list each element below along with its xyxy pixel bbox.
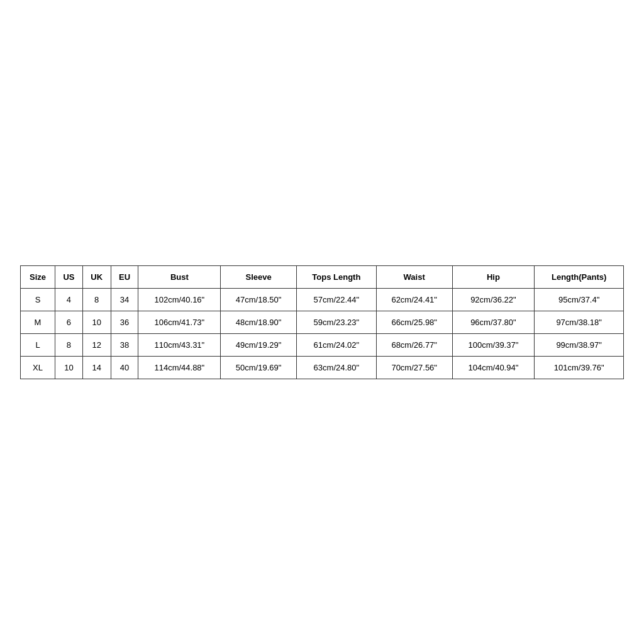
table-row: L81238110cm/43.31"49cm/19.29"61cm/24.02"…: [21, 333, 624, 356]
cell-eu: 36: [111, 311, 138, 333]
size-chart-table: Size US UK EU Bust Sleeve Tops Length Wa…: [20, 265, 624, 379]
cell-length_pants: 101cm/39.76": [535, 356, 624, 379]
cell-sleeve: 50cm/19.69": [221, 356, 297, 379]
cell-sleeve: 47cm/18.50": [221, 288, 297, 311]
cell-hip: 104cm/40.94": [452, 356, 535, 379]
cell-length_pants: 99cm/38.97": [535, 333, 624, 356]
cell-size: M: [21, 311, 55, 333]
cell-size: S: [21, 288, 55, 311]
cell-eu: 34: [111, 288, 138, 311]
cell-waist: 70cm/27.56": [376, 356, 452, 379]
cell-us: 10: [55, 356, 83, 379]
table-header-row: Size US UK EU Bust Sleeve Tops Length Wa…: [21, 265, 624, 288]
cell-hip: 96cm/37.80": [452, 311, 535, 333]
cell-waist: 66cm/25.98": [376, 311, 452, 333]
cell-uk: 10: [82, 311, 111, 333]
cell-waist: 62cm/24.41": [376, 288, 452, 311]
header-waist: Waist: [376, 265, 452, 288]
cell-eu: 38: [111, 333, 138, 356]
cell-sleeve: 48cm/18.90": [221, 311, 297, 333]
size-chart-container: Size US UK EU Bust Sleeve Tops Length Wa…: [20, 265, 624, 379]
cell-us: 8: [55, 333, 83, 356]
cell-bust: 106cm/41.73": [138, 311, 221, 333]
cell-length_pants: 97cm/38.18": [535, 311, 624, 333]
cell-tops_length: 63cm/24.80": [296, 356, 376, 379]
cell-bust: 110cm/43.31": [138, 333, 221, 356]
cell-waist: 68cm/26.77": [376, 333, 452, 356]
header-bust: Bust: [138, 265, 221, 288]
cell-tops_length: 61cm/24.02": [296, 333, 376, 356]
cell-sleeve: 49cm/19.29": [221, 333, 297, 356]
header-size: Size: [21, 265, 55, 288]
cell-bust: 102cm/40.16": [138, 288, 221, 311]
cell-us: 4: [55, 288, 83, 311]
header-length-pants: Length(Pants): [535, 265, 624, 288]
cell-tops_length: 59cm/23.23": [296, 311, 376, 333]
header-hip: Hip: [452, 265, 535, 288]
header-eu: EU: [111, 265, 138, 288]
table-row: M61036106cm/41.73"48cm/18.90"59cm/23.23"…: [21, 311, 624, 333]
table-row: XL101440114cm/44.88"50cm/19.69"63cm/24.8…: [21, 356, 624, 379]
cell-eu: 40: [111, 356, 138, 379]
cell-size: L: [21, 333, 55, 356]
cell-bust: 114cm/44.88": [138, 356, 221, 379]
cell-uk: 14: [82, 356, 111, 379]
header-us: US: [55, 265, 83, 288]
cell-size: XL: [21, 356, 55, 379]
header-tops-length: Tops Length: [296, 265, 376, 288]
header-uk: UK: [82, 265, 111, 288]
cell-hip: 92cm/36.22": [452, 288, 535, 311]
cell-uk: 8: [82, 288, 111, 311]
cell-length_pants: 95cm/37.4": [535, 288, 624, 311]
cell-tops_length: 57cm/22.44": [296, 288, 376, 311]
table-row: S4834102cm/40.16"47cm/18.50"57cm/22.44"6…: [21, 288, 624, 311]
cell-uk: 12: [82, 333, 111, 356]
cell-hip: 100cm/39.37": [452, 333, 535, 356]
header-sleeve: Sleeve: [221, 265, 297, 288]
cell-us: 6: [55, 311, 83, 333]
